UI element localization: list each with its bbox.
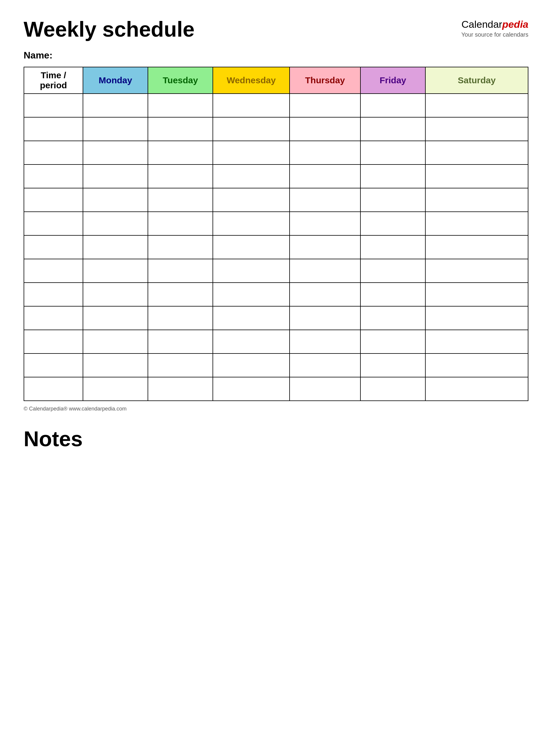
table-cell[interactable] [290,354,361,377]
table-cell[interactable] [213,188,290,212]
table-row [24,306,528,330]
table-cell[interactable] [425,141,528,164]
table-cell[interactable] [24,306,83,330]
table-cell[interactable] [361,259,425,283]
table-cell[interactable] [83,377,148,401]
table-cell[interactable] [148,188,213,212]
table-row [24,141,528,164]
table-cell[interactable] [148,235,213,259]
brand-logo: Calendarpedia Your source for calendars [461,18,528,38]
table-cell[interactable] [148,330,213,354]
table-cell[interactable] [83,354,148,377]
table-cell[interactable] [425,306,528,330]
table-cell[interactable] [24,94,83,117]
table-cell[interactable] [213,306,290,330]
table-cell[interactable] [24,330,83,354]
table-cell[interactable] [290,377,361,401]
table-cell[interactable] [83,306,148,330]
table-cell[interactable] [213,141,290,164]
table-cell[interactable] [24,235,83,259]
table-cell[interactable] [361,141,425,164]
table-cell[interactable] [425,377,528,401]
table-cell[interactable] [148,354,213,377]
table-cell[interactable] [290,94,361,117]
table-cell[interactable] [83,330,148,354]
table-cell[interactable] [83,117,148,141]
table-cell[interactable] [213,330,290,354]
table-cell[interactable] [290,283,361,306]
table-cell[interactable] [361,377,425,401]
table-cell[interactable] [83,94,148,117]
table-cell[interactable] [24,377,83,401]
table-cell[interactable] [425,283,528,306]
table-cell[interactable] [290,306,361,330]
table-cell[interactable] [361,212,425,235]
table-cell[interactable] [361,283,425,306]
name-label: Name: [24,50,528,61]
notes-title: Notes [24,427,528,451]
table-cell[interactable] [24,117,83,141]
table-row [24,377,528,401]
table-cell[interactable] [425,259,528,283]
brand-tagline: Your source for calendars [461,31,528,38]
table-cell[interactable] [425,235,528,259]
table-cell[interactable] [83,283,148,306]
table-cell[interactable] [148,141,213,164]
table-cell[interactable] [213,94,290,117]
table-cell[interactable] [425,94,528,117]
table-cell[interactable] [290,141,361,164]
table-cell[interactable] [213,354,290,377]
table-cell[interactable] [361,330,425,354]
table-cell[interactable] [83,188,148,212]
table-cell[interactable] [24,164,83,188]
table-cell[interactable] [425,164,528,188]
table-cell[interactable] [290,330,361,354]
table-cell[interactable] [290,117,361,141]
table-cell[interactable] [148,164,213,188]
table-cell[interactable] [213,283,290,306]
table-cell[interactable] [213,259,290,283]
table-cell[interactable] [361,354,425,377]
table-cell[interactable] [83,141,148,164]
table-cell[interactable] [213,212,290,235]
table-cell[interactable] [361,235,425,259]
table-cell[interactable] [24,212,83,235]
table-cell[interactable] [213,164,290,188]
table-cell[interactable] [361,306,425,330]
table-cell[interactable] [148,212,213,235]
table-cell[interactable] [24,141,83,164]
table-cell[interactable] [83,212,148,235]
schedule-table: Time / period Monday Tuesday Wednesday T… [24,67,528,401]
table-cell[interactable] [148,283,213,306]
table-cell[interactable] [361,117,425,141]
table-cell[interactable] [290,235,361,259]
table-cell[interactable] [24,188,83,212]
table-cell[interactable] [213,117,290,141]
table-cell[interactable] [148,306,213,330]
table-cell[interactable] [361,188,425,212]
table-cell[interactable] [425,330,528,354]
table-cell[interactable] [148,259,213,283]
table-cell[interactable] [425,354,528,377]
table-cell[interactable] [148,377,213,401]
table-cell[interactable] [213,235,290,259]
table-cell[interactable] [83,164,148,188]
table-cell[interactable] [361,164,425,188]
table-cell[interactable] [24,283,83,306]
table-cell[interactable] [290,164,361,188]
table-cell[interactable] [83,259,148,283]
table-cell[interactable] [24,259,83,283]
table-cell[interactable] [148,94,213,117]
table-cell[interactable] [425,212,528,235]
table-header-row: Time / period Monday Tuesday Wednesday T… [24,67,528,94]
table-cell[interactable] [83,235,148,259]
table-cell[interactable] [148,117,213,141]
table-cell[interactable] [290,259,361,283]
table-cell[interactable] [425,117,528,141]
table-cell[interactable] [290,188,361,212]
table-cell[interactable] [213,377,290,401]
table-cell[interactable] [24,354,83,377]
table-cell[interactable] [425,188,528,212]
table-cell[interactable] [361,94,425,117]
table-cell[interactable] [290,212,361,235]
